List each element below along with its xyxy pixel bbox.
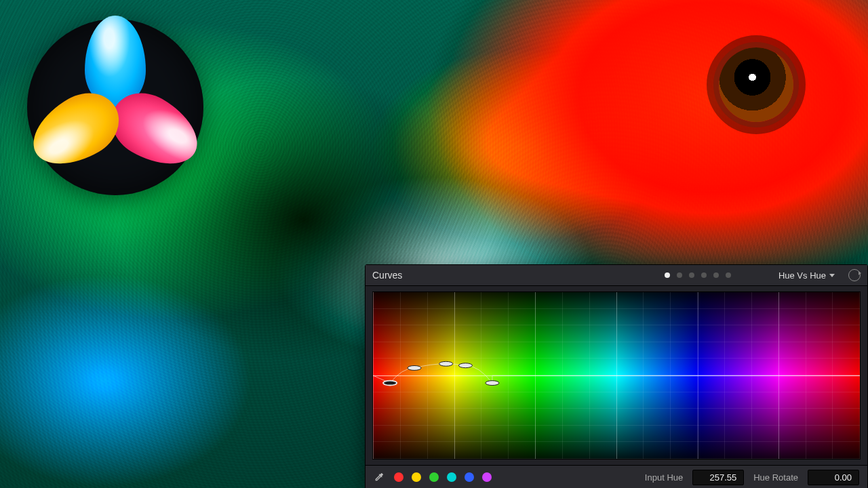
control-point-3[interactable] — [458, 363, 472, 368]
hue-swatch-2[interactable] — [429, 472, 439, 482]
curve-mode-dots[interactable] — [665, 272, 731, 278]
input-hue-label: Input Hue — [645, 472, 683, 483]
eyedropper-icon[interactable] — [374, 472, 384, 483]
control-point-0[interactable] — [383, 381, 397, 386]
curves-panel-footer: Input Hue 257.55 Hue Rotate 0.00 — [366, 465, 867, 488]
hue-rotate-label: Hue Rotate — [753, 472, 798, 483]
control-point-2[interactable] — [439, 361, 453, 366]
mode-dot-1[interactable] — [665, 272, 670, 278]
control-point-4[interactable] — [486, 381, 499, 386]
davinci-resolve-logo — [27, 19, 203, 195]
mode-dot-5[interactable] — [713, 272, 719, 278]
curve-mode-label: Hue Vs Hue — [778, 270, 826, 281]
image-eye-detail — [719, 47, 793, 122]
hue-swatch-3[interactable] — [447, 472, 456, 482]
control-point-1[interactable] — [408, 365, 421, 370]
curves-panel: Curves Hue Vs Hue — [365, 264, 868, 488]
hue-vs-hue-graph[interactable] — [372, 291, 861, 460]
hue-swatch-4[interactable] — [465, 472, 474, 482]
mode-dot-4[interactable] — [701, 272, 707, 278]
input-hue-field[interactable]: 257.55 — [692, 470, 744, 485]
mode-dot-6[interactable] — [726, 272, 731, 278]
curve-mode-dropdown[interactable]: Hue Vs Hue — [778, 270, 835, 281]
panel-title: Curves — [372, 270, 402, 281]
hue-swatch-0[interactable] — [394, 472, 403, 482]
reset-button[interactable] — [848, 269, 861, 281]
curve-svg[interactable] — [373, 292, 860, 459]
hue-swatch-5[interactable] — [482, 472, 492, 482]
mode-dot-3[interactable] — [689, 272, 694, 278]
hue-rotate-field[interactable]: 0.00 — [808, 470, 859, 485]
hue-swatch-1[interactable] — [412, 472, 421, 482]
mode-dot-2[interactable] — [677, 272, 682, 278]
chevron-down-icon — [829, 274, 835, 277]
hue-swatches — [394, 472, 492, 482]
curves-panel-header: Curves Hue Vs Hue — [366, 265, 867, 286]
